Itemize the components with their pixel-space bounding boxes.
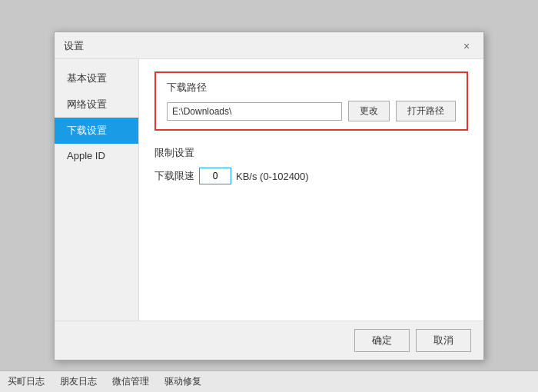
limit-row: 下载限速 KB/s (0-102400) (154, 168, 468, 184)
close-button[interactable]: × (459, 38, 474, 54)
confirm-button[interactable]: 确定 (354, 329, 410, 352)
sidebar-item-network[interactable]: 网络设置 (55, 91, 138, 118)
sidebar: 基本设置 网络设置 下载设置 Apple ID (55, 59, 139, 321)
path-input[interactable] (167, 102, 342, 121)
taskbar-item-2[interactable]: 朋友日志 (60, 375, 97, 388)
taskbar-item-4[interactable]: 驱动修复 (164, 375, 201, 388)
limit-label: 下载限速 (154, 169, 194, 183)
change-button[interactable]: 更改 (348, 101, 390, 121)
dialog-body: 基本设置 网络设置 下载设置 Apple ID 下载路径 更改 打开路径 限制设… (55, 59, 483, 321)
settings-dialog: 设置 × 基本设置 网络设置 下载设置 Apple ID 下载路径 更改 打开路… (54, 32, 484, 360)
cancel-button[interactable]: 取消 (416, 329, 471, 352)
dialog-footer: 确定 取消 (55, 321, 483, 360)
taskbar: 买町日志 朋友日志 微信管理 驱动修复 (0, 370, 538, 392)
limit-section: 限制设置 下载限速 KB/s (0-102400) (154, 146, 468, 184)
taskbar-item-3[interactable]: 微信管理 (112, 375, 149, 388)
sidebar-item-basic[interactable]: 基本设置 (55, 65, 138, 91)
taskbar-item-1[interactable]: 买町日志 (8, 375, 45, 388)
download-path-row: 更改 打开路径 (167, 101, 456, 121)
content-area: 下载路径 更改 打开路径 限制设置 下载限速 KB/s (0-102400) (139, 59, 483, 321)
title-bar: 设置 × (55, 32, 483, 59)
dialog-title: 设置 (64, 39, 84, 53)
limit-input[interactable] (199, 168, 231, 184)
download-path-label: 下载路径 (167, 81, 456, 95)
open-path-button[interactable]: 打开路径 (396, 101, 456, 121)
sidebar-item-appleid[interactable]: Apple ID (55, 144, 138, 168)
limit-section-label: 限制设置 (154, 146, 468, 160)
download-path-section: 下载路径 更改 打开路径 (154, 71, 468, 131)
sidebar-item-download[interactable]: 下载设置 (55, 118, 138, 144)
limit-unit: KB/s (0-102400) (236, 171, 309, 182)
